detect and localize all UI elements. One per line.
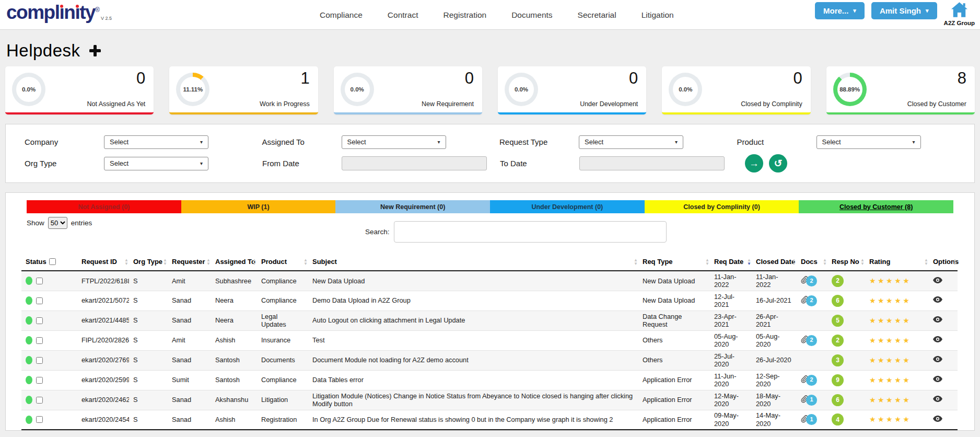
cell-org-type: S <box>129 390 168 410</box>
column-header-status[interactable]: Status <box>21 253 77 271</box>
nav-item-litigation[interactable]: Litigation <box>641 10 674 20</box>
star-rating: ★★★★★ <box>869 396 911 404</box>
select-all-checkbox[interactable] <box>49 258 56 265</box>
column-header-req_date[interactable]: Req Date▲▼ <box>710 253 752 271</box>
nav-item-registration[interactable]: Registration <box>443 10 486 20</box>
add-request-button plus-icon[interactable] <box>89 45 101 56</box>
cell-rating: ★★★★★ <box>865 410 929 430</box>
to-date-input[interactable] <box>579 156 725 170</box>
view-details-button eye-icon[interactable] <box>933 356 942 362</box>
column-header-org_type[interactable]: Org Type▲▼ <box>129 253 168 271</box>
user-menu-button[interactable]: Amit Singh ▾ <box>871 2 937 19</box>
row-checkbox[interactable] <box>36 337 43 344</box>
column-header-subject[interactable]: Subject▲▼ <box>308 253 638 271</box>
product-select[interactable]: Select ▾ <box>816 135 921 149</box>
registered-mark: ® <box>95 6 100 14</box>
view-details-button eye-icon[interactable] <box>933 416 942 422</box>
tab-new-requirement-0-[interactable]: New Requirement (0) <box>335 200 490 213</box>
cell-subject: Test <box>308 330 638 350</box>
row-checkbox[interactable] <box>36 397 43 404</box>
view-details-button eye-icon[interactable] <box>933 296 942 303</box>
nav-item-contract[interactable]: Contract <box>388 10 418 20</box>
stat-donut-chart: 11.11% <box>176 73 209 106</box>
docs-count-badge: 2 <box>806 295 817 306</box>
cell-product: Compliance <box>257 291 308 310</box>
attachment-button[interactable]: 2 <box>801 335 817 346</box>
entries-select[interactable]: 50 <box>48 217 67 229</box>
view-details-button eye-icon[interactable] <box>933 277 942 283</box>
sort-desc-icon: ▼ <box>924 262 928 266</box>
tab-label: Not Assigned (0) <box>78 203 130 211</box>
row-checkbox[interactable] <box>36 317 43 324</box>
assigned-to-select[interactable]: Select ▾ <box>342 135 446 149</box>
attachment-button[interactable]: 2 <box>801 275 817 286</box>
nav-item-compliance[interactable]: Compliance <box>320 10 363 20</box>
view-details-button eye-icon[interactable] <box>933 336 942 342</box>
attachment-button[interactable]: 1 <box>801 395 817 406</box>
cell-rating: ★★★★★ <box>865 310 929 330</box>
attachment-button[interactable]: 2 <box>801 375 817 386</box>
attachment-button[interactable]: 2 <box>801 295 817 306</box>
row-checkbox[interactable] <box>36 278 43 284</box>
row-checkbox[interactable] <box>36 297 43 304</box>
sort-desc-icon: ▼ <box>304 262 308 266</box>
table-row: ekart/2020/2599SSumitSantoshComplianceDa… <box>21 370 958 390</box>
column-header-docs[interactable]: Docs▲▼ <box>797 253 827 271</box>
row-checkbox[interactable] <box>36 357 43 364</box>
column-header-request_id[interactable]: Request ID▲▼ <box>77 253 129 271</box>
reset-filter-button[interactable]: ↺ <box>769 154 787 172</box>
cell-rating: ★★★★★ <box>865 271 929 291</box>
column-header-assigned_to[interactable]: Assigned To▲▼ <box>211 253 257 271</box>
status-dot <box>26 356 32 364</box>
view-details-button eye-icon[interactable] <box>933 316 942 323</box>
column-header-options[interactable]: Options▲▼ <box>929 253 958 271</box>
request-type-select[interactable]: Select ▾ <box>579 135 683 149</box>
company-select[interactable]: Select ▾ <box>104 135 208 149</box>
tab-under-development-0-[interactable]: Under Development (0) <box>490 200 645 213</box>
company-label: Company <box>25 137 104 146</box>
sort-desc-icon: ▼ <box>206 262 211 266</box>
cell-subject: In Org A2Z Group Due for Renewal status … <box>308 410 638 430</box>
cell-product: Compliance <box>257 370 308 390</box>
tab-not-assigned-0-[interactable]: Not Assigned (0) <box>27 200 181 213</box>
home-button[interactable]: A2Z Group <box>944 2 975 26</box>
status-dot <box>26 396 32 404</box>
tab-closed-by-complinity-0-[interactable]: Closed by Complinity (0) <box>645 200 799 213</box>
column-header-closed_date[interactable]: Closed Date▲▼ <box>752 253 797 271</box>
org-type-label: Org Type <box>25 159 104 168</box>
tab-label: New Requirement (0) <box>380 203 445 211</box>
column-header-product[interactable]: Product▲▼ <box>257 253 308 271</box>
sort-icons: ▲▼ <box>705 258 709 266</box>
view-details-button eye-icon[interactable] <box>933 376 942 382</box>
view-details-button eye-icon[interactable] <box>933 396 942 402</box>
tab-wip-1-[interactable]: WIP (1) <box>181 200 336 213</box>
status-dot <box>26 296 32 305</box>
nav-item-documents[interactable]: Documents <box>511 10 552 20</box>
cell-closed-date: 26-Jul-2020 <box>752 350 797 370</box>
column-header-resp_no[interactable]: Resp No▲▼ <box>827 253 865 271</box>
chevron-down-icon: ▾ <box>437 139 440 145</box>
cell-request-id: ekart/2020/2769 <box>77 350 129 370</box>
row-checkbox[interactable] <box>36 416 43 423</box>
column-header-rating[interactable]: Rating▲▼ <box>865 253 929 271</box>
stat-percent: 0.0% <box>669 73 702 106</box>
brand-logo[interactable]: complınıty® V 2.5 <box>6 2 112 24</box>
cell-requester: Amit <box>168 271 211 291</box>
org-type-select[interactable]: Select ▾ <box>104 157 208 170</box>
from-date-input[interactable] <box>342 156 487 170</box>
search-input[interactable] <box>394 221 667 243</box>
row-checkbox[interactable] <box>36 377 43 384</box>
arrow-right-icon: → <box>749 158 759 168</box>
more-button-label: More... <box>823 6 848 15</box>
column-header-requester[interactable]: Requester▲▼ <box>168 253 211 271</box>
show-entries: Show 50 entries <box>27 217 92 229</box>
column-header-req_type[interactable]: Req Type▲▼ <box>638 253 710 271</box>
cell-closed-date: 26-Apr-2021 <box>752 310 797 330</box>
apply-filter-button[interactable]: → <box>745 154 763 172</box>
nav-item-secretarial[interactable]: Secretarial <box>578 10 616 20</box>
attachment-button[interactable]: 1 <box>801 414 817 425</box>
more-button[interactable]: More... ▾ <box>815 2 865 19</box>
tab-closed-by-customer-8-[interactable]: Closed by Customer (8) <box>799 200 953 213</box>
table-header-row: StatusRequest ID▲▼Org Type▲▼Requester▲▼A… <box>21 253 958 271</box>
cell-requester: Sanad <box>168 410 211 430</box>
